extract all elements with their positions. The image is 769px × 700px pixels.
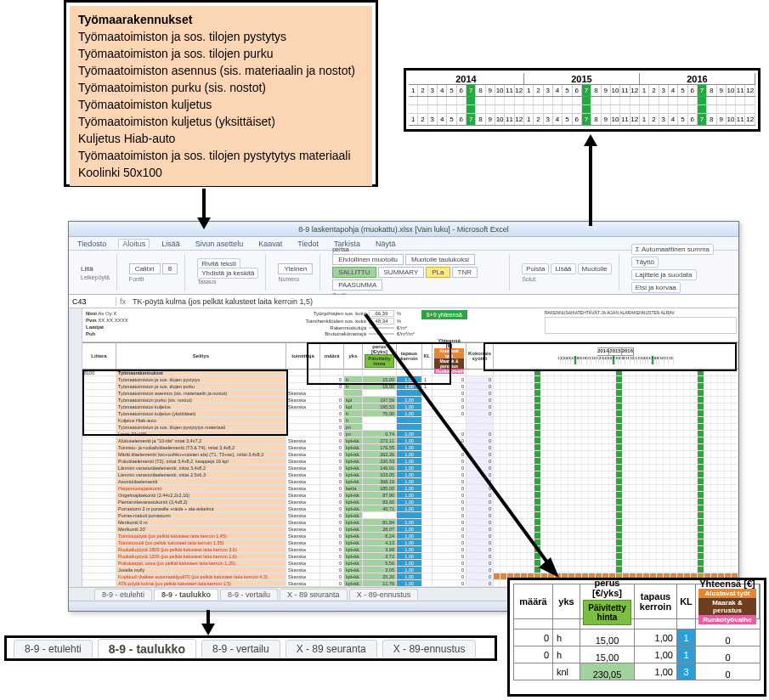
callout1-item: Koolinki 50x100 (78, 164, 364, 181)
callout-sheet-tabs: 8-9 - etulehti8-9 - taulukko8-9 - vertai… (4, 635, 497, 661)
sheet-tab[interactable]: X - 89 seuranta (280, 589, 348, 600)
paste-button[interactable]: Liitä (81, 265, 110, 273)
sheet-tab[interactable]: X - 89 seuranta (286, 640, 377, 658)
callout1-item: Työmaatoimiston kuljetus (78, 96, 364, 113)
arrow-callout4 (357, 306, 578, 586)
ribbon-tab[interactable]: Aloitus (118, 239, 150, 248)
sheet-tab[interactable]: 8-9 - etulehti (14, 640, 93, 658)
ribbon-tab[interactable]: Kaavat (255, 240, 286, 248)
sheet-tab[interactable]: 8-9 - taulukko (98, 639, 196, 658)
ribbon-tab[interactable]: Tiedot (294, 240, 322, 248)
callout1-item: Työmaatoimiston purku (sis. nostot) (78, 79, 364, 96)
svg-marker-1 (197, 217, 211, 229)
ribbon-group-cells: Poista Lisää Muotoile Solut (515, 254, 619, 291)
ribbon[interactable]: Liitä Leikepöytä Calibri 8 Fontti Rivitä… (69, 251, 738, 295)
callout1-item: Työmaatoimiston ja sos. tilojen purku (78, 45, 364, 62)
callout-columns-zoom: määrä yks perus [€/yks] Päivitetty hinta… (507, 578, 766, 697)
ribbon-group-editing: Σ Automaattinen summa Täyttö Lajittele j… (625, 254, 732, 291)
ribbon-group-number: Yleinen Numero (271, 254, 320, 291)
callout1-title: Työmaarakennukset (78, 11, 364, 28)
arrow-callout2 (578, 134, 603, 228)
callout1-item: Kuljetus Hiab-auto (78, 130, 364, 147)
callout-timeline-zoom: 201420152016 123456789101112123456789101… (404, 68, 761, 132)
sheet-tab[interactable]: 8-9 - vertailu (201, 640, 280, 658)
callout1-item: Työmaatoimiston ja sos. tilojen pystytys (78, 28, 364, 45)
callout1-item: Työmaatoimiston kuljetus (yksittäiset) (78, 113, 364, 130)
sheet-tab[interactable]: 8-9 - vertailu (220, 589, 278, 600)
formula-content[interactable]: TK-pöytä kulma (jos pelkät kalusteet lai… (129, 297, 738, 306)
name-box[interactable]: C43 (69, 297, 116, 306)
sheet-tab[interactable]: 8-9 - taulukko (154, 589, 218, 600)
arrow-callout1 (191, 189, 217, 231)
fx-icon[interactable]: fx (116, 297, 129, 306)
svg-marker-7 (539, 557, 559, 578)
sheet-tab[interactable]: X - 89-ennustus (382, 640, 477, 658)
ribbon-tab[interactable]: Tiedosto (74, 240, 110, 248)
ribbon-tab[interactable]: Lisää (158, 240, 184, 248)
ribbon-tab[interactable]: Sivun asettelu (192, 240, 247, 248)
window-title: 8-9 laskentapohja (muokattu).xlsx [Vain … (69, 222, 738, 237)
row-headers[interactable] (69, 308, 82, 587)
ribbon-group-styles: pertsa Ehdollinen muotoilu Muotoile taul… (325, 254, 510, 291)
svg-marker-3 (584, 134, 597, 146)
callout1-item: Työmaatoimiston ja sos. tilojen pystytyt… (78, 147, 364, 164)
arrow-callout3 (195, 610, 221, 637)
svg-marker-5 (201, 624, 215, 635)
sheet-tab[interactable]: 8-9 - etulehti (94, 589, 152, 600)
callout1-item: Työmaatoimiston asennus (sis. materiaali… (78, 62, 364, 79)
svg-line-6 (365, 314, 552, 569)
sheet-tab[interactable]: X - 89-ennustus (349, 589, 419, 600)
ribbon-group-font: Calibri 8 Fontti (122, 254, 185, 291)
ribbon-group-clipboard: Liitä Leikepöytä (74, 254, 117, 291)
ribbon-group-align: Rivitä teksti Yhdistä ja keskitä Tasaus (190, 254, 266, 291)
callout-item-list: Työmaarakennukset Työmaatoimiston ja sos… (64, 0, 378, 187)
